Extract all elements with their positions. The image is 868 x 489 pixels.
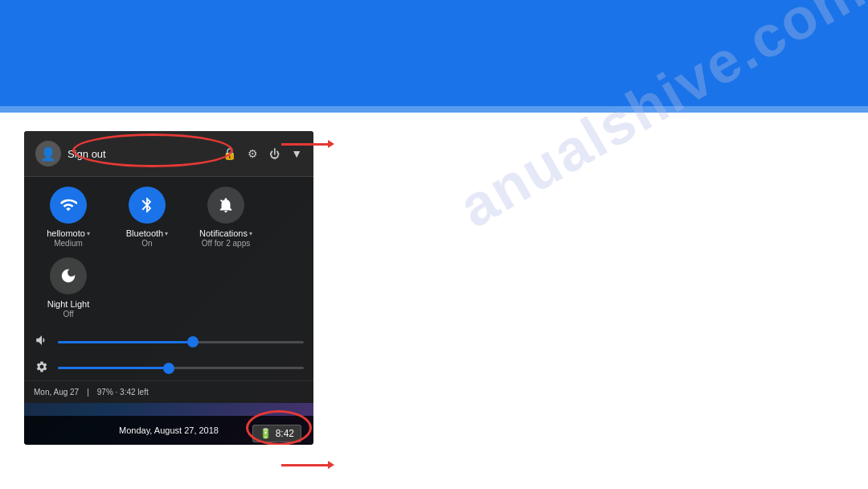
qs-date: Mon, Aug 27	[34, 388, 79, 397]
header-bar-accent	[0, 106, 868, 113]
taskbar-time: 8:42	[276, 428, 294, 439]
qs-battery-status: 97% · 3:42 left	[97, 388, 149, 397]
brightness-icon	[34, 360, 50, 376]
notifications-label: Notifications ▾	[199, 228, 252, 238]
bluetooth-tile[interactable]: Bluetooth ▾ On	[111, 187, 183, 248]
expand-icon[interactable]: ▼	[291, 147, 302, 160]
volume-icon	[34, 333, 50, 351]
power-icon[interactable]: ⏻	[269, 148, 280, 160]
taskbar-date: Monday, August 27, 2018	[119, 425, 219, 435]
wifi-sublabel: Medium	[54, 239, 83, 248]
lock-icon[interactable]: 🔒	[223, 147, 236, 160]
night-light-row: Night Light Off	[24, 254, 313, 328]
settings-icon[interactable]: ⚙	[248, 147, 258, 160]
bluetooth-label: Bluetooth ▾	[126, 228, 168, 238]
bluetooth-icon	[129, 187, 166, 224]
notifications-icon	[207, 187, 244, 224]
wifi-tile[interactable]: hellomoto ▾ Medium	[32, 187, 104, 248]
volume-slider[interactable]	[58, 341, 304, 343]
arrow-to-taskbar	[281, 464, 330, 466]
volume-slider-row	[24, 328, 313, 355]
header-bar	[0, 0, 868, 113]
qs-separator: |	[87, 388, 89, 397]
night-light-tile[interactable]: Night Light Off	[32, 257, 104, 318]
wifi-label: hellomoto ▾	[47, 228, 90, 238]
qs-header-row: 👤 Sign out 🔒 ⚙ ⏻ ▼	[24, 131, 313, 177]
battery-icon: 🔋	[260, 428, 272, 439]
qs-tiles-row: hellomoto ▾ Medium Bluetooth ▾ On	[24, 177, 313, 254]
qs-status-bar: Mon, Aug 27 | 97% · 3:42 left	[24, 380, 313, 403]
brightness-slider-row	[24, 355, 313, 380]
arrow-to-header	[281, 143, 330, 146]
sign-out-button[interactable]: Sign out	[68, 148, 223, 160]
taskbar-time-badge[interactable]: 🔋 8:42	[252, 425, 301, 442]
screenshot-container: 👤 Sign out 🔒 ⚙ ⏻ ▼ hellomoto	[24, 131, 313, 445]
brightness-slider[interactable]	[58, 367, 304, 369]
notifications-tile[interactable]: Notifications ▾ Off for 2 apps	[190, 187, 262, 248]
night-light-icon	[50, 257, 87, 294]
night-light-label: Night Light	[47, 299, 90, 309]
avatar[interactable]: 👤	[35, 141, 61, 166]
night-light-sublabel: Off	[63, 310, 73, 318]
bluetooth-sublabel: On	[141, 239, 152, 248]
quick-settings-panel: 👤 Sign out 🔒 ⚙ ⏻ ▼ hellomoto	[24, 131, 313, 403]
qs-header-icons: 🔒 ⚙ ⏻ ▼	[223, 147, 302, 160]
taskbar: Monday, August 27, 2018 🔋 8:42	[24, 416, 313, 445]
wifi-icon	[50, 187, 87, 224]
notifications-sublabel: Off for 2 apps	[202, 239, 250, 248]
